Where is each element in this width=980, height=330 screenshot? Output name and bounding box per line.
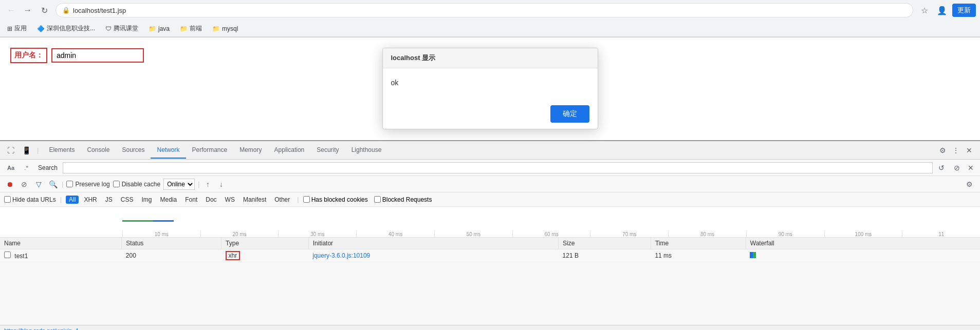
row-initiator[interactable]: jquery-3.6.0.js:10109 bbox=[308, 249, 558, 262]
bookmark-apps[interactable]: ⊞ 应用 bbox=[4, 23, 30, 34]
network-filter-button[interactable]: ▽ bbox=[33, 179, 44, 190]
tencent-icon: 🛡 bbox=[105, 25, 112, 32]
network-record-button[interactable]: ⏺ bbox=[4, 179, 15, 190]
blocked-requests-checkbox[interactable] bbox=[374, 196, 381, 203]
search-label: Search bbox=[35, 163, 61, 172]
tab-elements[interactable]: Elements bbox=[43, 142, 81, 159]
search-close-button[interactable]: ✕ bbox=[966, 163, 976, 173]
preserve-log-checkbox-label[interactable]: Preserve log bbox=[66, 181, 109, 188]
table-header-row: Name Status Type Initiator Size Time Wat… bbox=[0, 238, 980, 249]
devtools-search-row: Aa .* Search ↺ ⊘ ✕ bbox=[0, 160, 980, 176]
shenzhen-icon: 🔷 bbox=[37, 25, 45, 32]
col-initiator[interactable]: Initiator bbox=[308, 238, 558, 249]
timeline-tick-2: 30 ms bbox=[278, 230, 356, 237]
browser-titlebar: ← → ↻ 🔒 localhost/test1.jsp ☆ 👤 更新 bbox=[0, 0, 980, 21]
timeline-tick-3: 40 ms bbox=[356, 230, 434, 237]
update-button[interactable]: 更新 bbox=[952, 4, 976, 17]
filter-other-button[interactable]: Other bbox=[271, 196, 293, 204]
col-name[interactable]: Name bbox=[0, 238, 122, 249]
forward-button[interactable]: → bbox=[21, 3, 35, 17]
bookmark-tencent[interactable]: 🛡 腾讯课堂 bbox=[102, 23, 141, 34]
row-waterfall bbox=[746, 249, 980, 262]
devtools-close-button[interactable]: ✕ bbox=[963, 144, 976, 157]
download-button[interactable]: ↓ bbox=[216, 179, 227, 189]
devtools-tab-icons: ⛶ 📱 bbox=[4, 144, 33, 157]
network-search-button[interactable]: 🔍 bbox=[47, 179, 59, 190]
timeline-area: 10 ms 20 ms 30 ms 40 ms 50 ms 60 ms 70 m… bbox=[0, 207, 980, 238]
filter-js-button[interactable]: JS bbox=[102, 196, 116, 204]
disable-cache-checkbox[interactable] bbox=[113, 181, 120, 187]
network-toolbar: ⏺ ⊘ ▽ 🔍 | Preserve log Disable cache Onl… bbox=[0, 176, 980, 192]
col-waterfall[interactable]: Waterfall bbox=[746, 238, 980, 249]
inspect-element-button[interactable]: ⛶ bbox=[4, 144, 17, 157]
timeline-bar-blue bbox=[153, 220, 174, 222]
row-type: xhr bbox=[221, 249, 309, 262]
search-case-sensitive-button[interactable]: Aa bbox=[4, 161, 17, 174]
col-status[interactable]: Status bbox=[122, 238, 221, 249]
col-size[interactable]: Size bbox=[559, 238, 651, 249]
upload-button[interactable]: ↑ bbox=[203, 179, 213, 189]
table-row[interactable]: test1 200 xhr jquery-3.6.0.js:10109 121 … bbox=[0, 249, 980, 262]
tab-sources[interactable]: Sources bbox=[116, 142, 151, 159]
filter-font-button[interactable]: Font bbox=[182, 196, 200, 204]
dialog-ok-button[interactable]: 确定 bbox=[550, 105, 589, 123]
tab-console[interactable]: Console bbox=[81, 142, 116, 159]
status-link[interactable]: https://blog.csdn.net/weixin_4... bbox=[4, 327, 83, 331]
bookmark-frontend[interactable]: 📁 前端 bbox=[177, 23, 205, 34]
tab-application[interactable]: Application bbox=[268, 142, 311, 159]
tab-lighthouse[interactable]: Lighthouse bbox=[345, 142, 388, 159]
timeline-tick-9: 100 ms bbox=[824, 230, 902, 237]
hide-data-urls-checkbox-label[interactable]: Hide data URLs bbox=[4, 196, 56, 203]
devtools-more-button[interactable]: ⋮ bbox=[949, 144, 963, 157]
col-time[interactable]: Time bbox=[651, 238, 746, 249]
address-bar[interactable]: 🔒 localhost/test1.jsp bbox=[56, 3, 913, 17]
back-button[interactable]: ← bbox=[4, 3, 19, 17]
filter-doc-button[interactable]: Doc bbox=[202, 196, 219, 204]
filter-css-button[interactable]: CSS bbox=[118, 196, 137, 204]
timeline-tick-8: 90 ms bbox=[746, 230, 824, 237]
filter-xhr-button[interactable]: XHR bbox=[81, 196, 100, 204]
filter-divider2: | bbox=[297, 196, 299, 203]
has-blocked-cookies-checkbox[interactable] bbox=[303, 196, 310, 203]
tab-performance[interactable]: Performance bbox=[186, 142, 234, 159]
filter-manifest-button[interactable]: Manifest bbox=[240, 196, 269, 204]
bookmarks-bar: ⊞ 应用 🔷 深圳信息职业技... 🛡 腾讯课堂 📁 java 📁 前端 📁 m… bbox=[0, 21, 980, 37]
filter-media-button[interactable]: Media bbox=[157, 196, 180, 204]
timeline-tick-10: 11 bbox=[902, 230, 980, 237]
hide-data-urls-checkbox[interactable] bbox=[4, 196, 11, 203]
throttle-select[interactable]: Online bbox=[163, 179, 195, 190]
blocked-requests-label[interactable]: Blocked Requests bbox=[374, 196, 432, 203]
bookmark-mysql-label: mysql bbox=[222, 25, 238, 32]
tab-memory[interactable]: Memory bbox=[233, 142, 268, 159]
bookmark-mysql[interactable]: 📁 mysql bbox=[209, 24, 241, 33]
network-table: Name Status Type Initiator Size Time Wat… bbox=[0, 238, 980, 325]
bookmark-java[interactable]: 📁 java bbox=[145, 24, 173, 33]
col-type[interactable]: Type bbox=[221, 238, 309, 249]
timeline-tick-1: 20 ms bbox=[200, 230, 279, 237]
row-checkbox[interactable] bbox=[4, 251, 11, 258]
filter-ws-button[interactable]: WS bbox=[222, 196, 238, 204]
network-settings-button[interactable]: ⚙ bbox=[963, 178, 976, 191]
disable-cache-checkbox-label[interactable]: Disable cache bbox=[113, 181, 160, 188]
tab-security[interactable]: Security bbox=[310, 142, 345, 159]
row-time: 11 ms bbox=[651, 249, 746, 262]
search-refresh-button[interactable]: ↺ bbox=[935, 161, 948, 174]
search-regex-button[interactable]: .* bbox=[20, 161, 33, 174]
reload-button[interactable]: ↻ bbox=[37, 3, 51, 17]
device-toolbar-button[interactable]: 📱 bbox=[20, 144, 33, 157]
profile-button[interactable]: 👤 bbox=[935, 3, 949, 17]
network-stop-button[interactable]: ⊘ bbox=[19, 179, 30, 190]
bookmark-shenzhen[interactable]: 🔷 深圳信息职业技... bbox=[34, 23, 98, 34]
search-input[interactable] bbox=[63, 162, 933, 173]
filter-img-button[interactable]: Img bbox=[139, 196, 155, 204]
preserve-log-checkbox[interactable] bbox=[66, 181, 73, 187]
filter-all-button[interactable]: All bbox=[66, 196, 79, 204]
dialog-box: localhost 显示 ok 确定 bbox=[382, 48, 598, 129]
tab-network[interactable]: Network bbox=[151, 142, 186, 159]
devtools-panel: ⛶ 📱 | Elements Console Sources Network P… bbox=[0, 140, 980, 330]
star-button[interactable]: ☆ bbox=[917, 3, 932, 17]
devtools-settings-button[interactable]: ⚙ bbox=[936, 144, 949, 157]
search-cancel-button[interactable]: ⊘ bbox=[950, 161, 964, 174]
filter-row: Hide data URLs | All XHR JS CSS Img Medi… bbox=[0, 192, 980, 207]
has-blocked-cookies-label[interactable]: Has blocked cookies bbox=[303, 196, 368, 203]
